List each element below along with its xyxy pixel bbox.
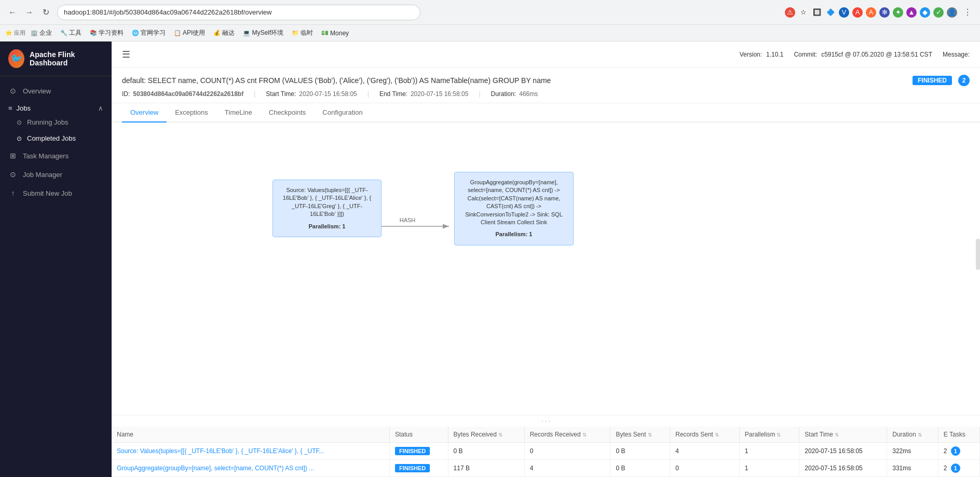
sort-parallelism[interactable]: ⇅ xyxy=(777,432,781,438)
temp-icon: 📁 xyxy=(292,30,299,36)
sidebar-item-job-manager[interactable]: ⊙ Job Manager xyxy=(0,165,112,184)
version-info: Version: 1.10.1 Commit: c5915cf @ 07.05.… xyxy=(740,51,970,58)
back-button[interactable]: ← xyxy=(5,5,20,20)
bookmark-study[interactable]: 📚 学习资料 xyxy=(87,27,127,39)
extension-icon-1[interactable]: 🔲 xyxy=(812,7,822,18)
sort-duration[interactable]: ⇅ xyxy=(918,432,922,438)
tab-timeline[interactable]: TimeLine xyxy=(216,103,261,122)
extension-icon-2[interactable]: 🔷 xyxy=(825,7,836,18)
row1-name-link[interactable]: Source: Values(tuples=[[{ _UTF-16LE'Bob'… xyxy=(117,447,324,455)
address-bar[interactable] xyxy=(57,5,420,20)
commit-label: Commit: xyxy=(794,51,817,58)
sort-start-time[interactable]: ⇅ xyxy=(835,432,839,438)
row1-tasks-badge: 1 xyxy=(951,446,960,456)
bookmark-tools[interactable]: 🔧 工具 xyxy=(57,27,85,39)
sort-records-sent[interactable]: ⇅ xyxy=(715,432,719,438)
col-status: Status xyxy=(389,427,448,443)
sidebar-jobs-label: Jobs xyxy=(17,104,31,112)
star-icon[interactable]: ☆ xyxy=(798,7,809,18)
sidebar-item-submit-job[interactable]: ↑ Submit New Job xyxy=(0,184,112,202)
bookmark-api[interactable]: 📋 API使用 xyxy=(171,27,208,39)
tab-exceptions[interactable]: Exceptions xyxy=(167,103,216,122)
row2-start-time: 2020-07-15 16:58:05 xyxy=(799,460,887,477)
tab-overview[interactable]: Overview xyxy=(122,103,167,122)
bookmark-temp-label: 临时 xyxy=(301,29,313,37)
job-title-row: default: SELECT name, COUNT(*) AS cnt FR… xyxy=(122,75,970,86)
menu-toggle-button[interactable]: ☰ xyxy=(122,49,130,60)
tasks-table: Name Status Bytes Received⇅ Records Rece… xyxy=(112,427,980,477)
extension-icon-10[interactable]: ✓ xyxy=(933,7,944,18)
myself-icon: 💻 xyxy=(243,30,250,36)
job-id-label: ID: xyxy=(122,90,130,98)
col-records-sent: Records Sent⇅ xyxy=(670,427,739,443)
tools-icon: 🔧 xyxy=(60,30,67,36)
sidebar-item-overview[interactable]: ⊙ Overview xyxy=(0,81,112,100)
overview-icon: ⊙ xyxy=(8,87,18,95)
browser-chrome: ← → ↻ ⚠ ☆ 🔲 🔷 V A A ✻ ✦ ▲ ◆ ✓ 👤 ⋮ xyxy=(0,0,980,25)
sidebar-nav: ⊙ Overview ≡ Jobs ∧ ⊙ Running Jobs ⊙ Com… xyxy=(0,76,112,477)
apps-icon: 🏢 xyxy=(31,30,38,36)
tab-configuration[interactable]: Configuration xyxy=(314,103,371,122)
extension-icon-5[interactable]: A xyxy=(866,7,876,18)
jobs-icon: ≡ xyxy=(8,104,12,112)
bookmark-myself[interactable]: 💻 MySelf环境 xyxy=(240,27,287,39)
sink-node-parallelism: Parallelism: 1 xyxy=(461,230,567,238)
submit-job-icon: ↑ xyxy=(8,189,18,197)
row1-status-badge: FINISHED xyxy=(395,447,430,455)
bookmark-rongda-label: 融达 xyxy=(222,29,235,37)
sort-records-received[interactable]: ⇅ xyxy=(582,432,587,438)
scrollbar-handle[interactable] xyxy=(976,239,980,270)
extension-icon-4[interactable]: A xyxy=(852,7,863,18)
bookmark-money[interactable]: 💵 Money xyxy=(318,28,352,38)
sort-bytes-sent[interactable]: ⇅ xyxy=(648,432,652,438)
jobs-chevron-icon: ∧ xyxy=(98,104,103,112)
bookmark-apps[interactable]: 🏢 企业 xyxy=(28,27,55,39)
separator-2: | xyxy=(367,90,369,98)
job-start-time-item: Start Time: 2020-07-15 16:58:05 xyxy=(266,90,357,98)
api-icon: 📋 xyxy=(174,30,181,36)
task-managers-icon: ⊞ xyxy=(8,152,18,160)
bookmark-official[interactable]: 🌐 官网学习 xyxy=(129,27,169,39)
sidebar-item-running-jobs[interactable]: ⊙ Running Jobs xyxy=(0,114,112,130)
bookmark-temp[interactable]: 📁 临时 xyxy=(289,27,316,39)
source-node-parallelism: Parallelism: 1 xyxy=(279,223,375,230)
money-icon: 💵 xyxy=(321,30,329,36)
sort-bytes-received[interactable]: ⇅ xyxy=(498,432,502,438)
extension-icon-9[interactable]: ◆ xyxy=(920,7,930,18)
row1-records-received: 0 xyxy=(524,443,610,460)
forward-button[interactable]: → xyxy=(22,5,36,20)
sidebar-app-title: Apache Flink Dashboard xyxy=(30,50,103,67)
browser-toolbar-icons: ⚠ ☆ 🔲 🔷 V A A ✻ ✦ ▲ ◆ ✓ 👤 ⋮ xyxy=(785,5,975,20)
reload-button[interactable]: ↻ xyxy=(38,5,53,20)
row2-tasks-badge: 1 xyxy=(951,464,960,473)
sidebar-item-task-managers[interactable]: ⊞ Task Managers xyxy=(0,146,112,165)
bookmarks-label: ⭐ 应用 xyxy=(5,29,25,37)
table-separator[interactable]: · · · xyxy=(112,415,980,427)
top-header: ☰ Version: 1.10.1 Commit: c5915cf @ 07.0… xyxy=(112,42,980,67)
row1-parallelism: 1 xyxy=(739,443,799,460)
user-icon[interactable]: 👤 xyxy=(947,7,957,18)
sidebar-jobs-section[interactable]: ≡ Jobs ∧ xyxy=(0,100,112,114)
bookmark-study-label: 学习资料 xyxy=(99,29,124,37)
extension-icon-6[interactable]: ✻ xyxy=(879,7,890,18)
start-time-value: 2020-07-15 16:58:05 xyxy=(299,90,357,98)
extension-icon-8[interactable]: ▲ xyxy=(906,7,917,18)
bookmark-apps-label: 企业 xyxy=(39,29,52,37)
sidebar-running-jobs-label: Running Jobs xyxy=(27,118,69,126)
extension-icon-7[interactable]: ✦ xyxy=(893,7,903,18)
table-row: Source: Values(tuples=[[{ _UTF-16LE'Bob'… xyxy=(112,443,980,460)
sidebar-item-completed-jobs[interactable]: ⊙ Completed Jobs xyxy=(0,130,112,146)
row2-tasks-number: 2 xyxy=(944,465,947,472)
commit-value: c5915cf @ 07.05.2020 @ 13:58:51 CST xyxy=(821,51,932,58)
status-number: 2 xyxy=(958,75,970,86)
rongda-icon: 💰 xyxy=(213,30,221,36)
extension-icon-3[interactable]: V xyxy=(839,7,849,18)
row2-name-link[interactable]: GroupAggregate(groupBy=[name], select=[n… xyxy=(117,465,314,472)
sidebar: 🐦 Apache Flink Dashboard ⊙ Overview ≡ Jo… xyxy=(0,42,112,477)
tab-checkpoints[interactable]: Checkpoints xyxy=(261,103,315,122)
bookmark-rongda[interactable]: 💰 融达 xyxy=(210,27,238,39)
svg-text:HASH: HASH xyxy=(400,217,416,223)
row2-parallelism: 1 xyxy=(739,460,799,477)
menu-button[interactable]: ⋮ xyxy=(960,5,975,20)
sidebar-job-manager-label: Job Manager xyxy=(23,171,62,179)
